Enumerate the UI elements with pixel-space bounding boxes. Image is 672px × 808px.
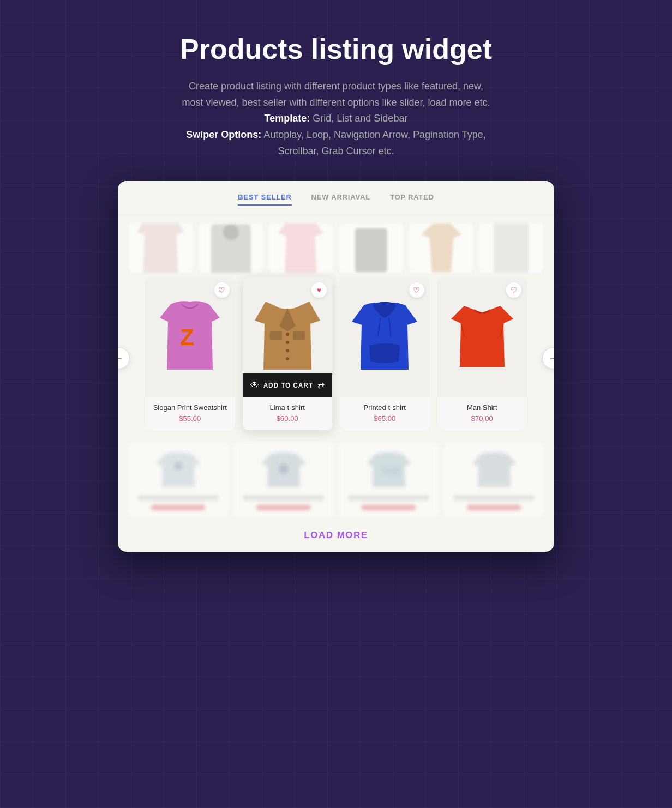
svg-rect-3 — [494, 224, 529, 273]
product-info-3: Printed t-shirt $65.00 — [340, 397, 430, 430]
page-subtitle: Create product listing with different pr… — [182, 79, 490, 159]
svg-point-1 — [223, 225, 238, 240]
tab-new-arrival[interactable]: NEW ARRIAVAL — [311, 193, 370, 206]
product-info-4: Man Shirt $70.00 — [437, 397, 527, 430]
svg-point-9 — [286, 349, 289, 352]
widget-frame: BEST SELLER NEW ARRIAVAL TOP RATED — [118, 181, 554, 552]
add-to-cart-button[interactable]: ADD TO CART — [259, 382, 318, 389]
product-price-4: $70.00 — [444, 414, 521, 423]
wishlist-btn-3[interactable]: ♡ — [409, 282, 424, 298]
svg-rect-5 — [270, 331, 282, 340]
product-price-1: $55.00 — [152, 414, 229, 423]
svg-point-15 — [174, 462, 183, 471]
page-title: Products listing widget — [180, 33, 492, 65]
compare-btn[interactable]: ⇄ — [317, 380, 325, 390]
product-name-2: Lima t-shirt — [249, 403, 326, 412]
blurred-bottom-card-4 — [445, 443, 543, 517]
blurred-product-1 — [129, 224, 193, 273]
svg-point-7 — [286, 333, 289, 336]
product-info-2: Lima t-shirt $60.00 — [243, 397, 333, 430]
svg-rect-2 — [355, 228, 387, 272]
prev-button[interactable]: ← — [118, 347, 130, 369]
product-card-3: ♡ Printed t-shirt — [340, 277, 430, 430]
load-more-button[interactable]: LOAD MORE — [304, 530, 368, 541]
product-name-4: Man Shirt — [444, 403, 521, 412]
next-button[interactable]: → — [542, 347, 554, 369]
add-to-cart-overlay: 👁 ADD TO CART ⇄ — [243, 373, 333, 397]
blurred-product-5 — [410, 224, 473, 273]
product-price-3: $65.00 — [346, 414, 423, 423]
svg-rect-6 — [293, 331, 305, 340]
blurred-product-3 — [269, 224, 333, 273]
svg-point-16 — [279, 464, 289, 474]
blurred-bottom-card-2 — [234, 443, 333, 517]
product-name-3: Printed t-shirt — [346, 403, 423, 412]
svg-text:Z: Z — [180, 324, 194, 350]
quick-view-btn[interactable]: 👁 — [250, 381, 259, 390]
wishlist-btn-1[interactable]: ♡ — [214, 282, 230, 298]
blurred-product-4 — [339, 224, 403, 273]
blurred-product-6 — [479, 224, 543, 273]
product-price-2: $60.00 — [249, 414, 326, 423]
tab-best-seller[interactable]: BEST SELLER — [238, 193, 291, 206]
svg-point-8 — [286, 341, 289, 344]
svg-point-10 — [286, 357, 289, 360]
product-name-1: Slogan Print Sweatshirt — [152, 403, 229, 412]
load-more-row: LOAD MORE — [118, 517, 554, 552]
products-row: ♡ Z Slogan Print Sweatshirt $55.00 — [134, 277, 538, 439]
blurred-bottom-card-3: TIME — [339, 443, 438, 517]
blurred-product-2 — [199, 224, 263, 273]
blurred-bottom-row: TIME — [118, 439, 554, 517]
product-card-4: ♡ Man Shirt $70.00 — [437, 277, 527, 430]
blurred-top-row — [118, 215, 554, 277]
tab-top-rated[interactable]: TOP RATED — [390, 193, 434, 206]
product-card-1: ♡ Z Slogan Print Sweatshirt $55.00 — [145, 277, 235, 430]
tabs-container: BEST SELLER NEW ARRIAVAL TOP RATED — [118, 181, 554, 215]
svg-text:TIME: TIME — [381, 467, 401, 476]
product-card-2: ♥ — [243, 277, 333, 430]
product-info-1: Slogan Print Sweatshirt $55.00 — [145, 397, 235, 430]
blurred-bottom-card-1 — [129, 443, 227, 517]
